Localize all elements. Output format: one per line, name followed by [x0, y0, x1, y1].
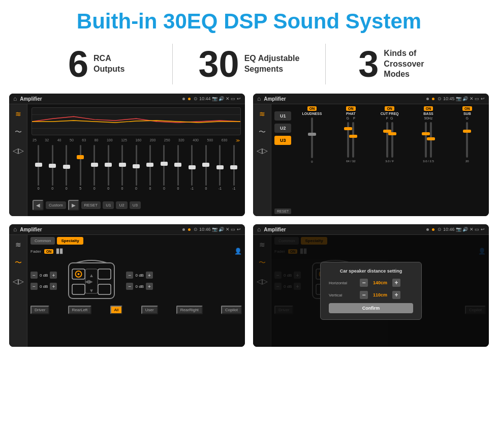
sidebar-wave-icon[interactable]: 〜	[13, 127, 24, 138]
eq-thumb-9[interactable]	[146, 163, 153, 167]
eq-thumb-14[interactable]	[216, 165, 224, 169]
sidebar-eq-icon-2[interactable]: ≋	[257, 108, 268, 120]
eq-thumb-7[interactable]	[119, 163, 126, 167]
db-br-minus[interactable]: −	[126, 283, 133, 290]
eq-thumb-12[interactable]	[189, 165, 196, 169]
eq-prev-button[interactable]: ◀	[33, 200, 44, 211]
eq-u2-button[interactable]: U2	[116, 201, 127, 209]
eq-thumb-4[interactable]	[77, 155, 84, 159]
sidebar-volume-icon-3[interactable]: ◁▷	[13, 276, 24, 287]
eq-thumb-3[interactable]	[63, 165, 70, 169]
eq-thumb-10[interactable]	[161, 162, 168, 166]
cutfreq-g-label: G	[390, 116, 393, 120]
stat-rca: 6 RCAOutputs	[30, 46, 162, 82]
eq-thumb-11[interactable]	[174, 163, 181, 167]
u3-button[interactable]: U3	[274, 136, 291, 145]
copilot-button[interactable]: Copilot	[221, 306, 242, 314]
specialty-app-title: Amplifier	[20, 227, 179, 232]
driver-button[interactable]: Driver	[30, 306, 49, 314]
db-br-value: 0 dB	[135, 284, 143, 289]
fader-label: Fader	[30, 249, 41, 254]
tab-common[interactable]: Common	[30, 237, 55, 245]
sub-thumb[interactable]	[463, 130, 471, 133]
db-tl-plus[interactable]: +	[50, 272, 57, 279]
eq-reset-button[interactable]: RESET	[81, 201, 101, 209]
eq-thumb-5[interactable]	[91, 163, 98, 167]
home-icon-4[interactable]: ⌂	[257, 226, 261, 233]
vertical-minus-button[interactable]: −	[360, 291, 368, 299]
eq-thumb-2[interactable]	[49, 164, 56, 168]
u2-button[interactable]: U2	[274, 124, 291, 133]
crossover-controls: ON LOUDNESS 0 ON PHAT G	[293, 106, 486, 214]
loudness-thumb[interactable]	[308, 133, 316, 136]
distance-dialog: Car speaker distance setting Horizontal …	[320, 262, 422, 320]
eq-thumb-13[interactable]	[202, 163, 209, 167]
db-tr: − 0 dB +	[126, 272, 152, 279]
eq-thumb-8[interactable]	[133, 164, 140, 168]
sidebar-wave-icon-3[interactable]: 〜	[13, 257, 24, 268]
freq-labels: 2532405063 80100125160200 25032040050063…	[32, 138, 241, 143]
horizontal-minus-button[interactable]: −	[360, 279, 368, 287]
home-icon-2[interactable]: ⌂	[257, 95, 261, 102]
db-bl-plus[interactable]: +	[50, 283, 57, 290]
confirm-button[interactable]: Confirm	[329, 303, 413, 313]
sidebar-volume-icon-2[interactable]: ◁▷	[257, 145, 268, 156]
home-icon[interactable]: ⌂	[13, 95, 17, 102]
home-icon-3[interactable]: ⌂	[13, 226, 17, 233]
db-bl-minus[interactable]: −	[30, 283, 38, 290]
db-tr-plus[interactable]: +	[146, 272, 153, 279]
loudness-on-badge: ON	[307, 106, 317, 111]
rearLeft-button[interactable]: RearLeft	[68, 306, 92, 314]
sidebar-wave-icon-2[interactable]: 〜	[257, 127, 268, 138]
eq-slider-15: -1	[227, 145, 241, 196]
eq-sidebar: ≋ 〜 ◁▷	[9, 104, 27, 216]
eq-track-3	[66, 145, 67, 186]
eq-u3-button[interactable]: U3	[130, 201, 141, 209]
db-tl: − 0 dB +	[30, 272, 57, 279]
eq-next-button[interactable]: ▶	[68, 200, 79, 211]
sidebar-equalizer-icon[interactable]: ≋	[13, 108, 24, 120]
phat-thumb-g[interactable]	[344, 127, 352, 130]
eq-main-area: 2532405063 80100125160200 25032040050063…	[27, 104, 245, 216]
bass-slider-2	[430, 122, 432, 158]
db-br-plus[interactable]: +	[146, 283, 153, 290]
u1-button[interactable]: U1	[274, 111, 291, 121]
stat-rca-number: 6	[68, 46, 88, 82]
status-bar-eq: ⌂ Amplifier ⊙ 10:44 📷 🔊 ✕ ▭ ↩	[9, 94, 245, 104]
crossover-reset-button[interactable]: RESET	[274, 208, 291, 214]
eq-thumb-6[interactable]	[105, 163, 112, 167]
svg-text:▲: ▲	[89, 273, 95, 278]
eq-slider-1: 0	[32, 145, 45, 196]
eq-thumb-15[interactable]	[230, 165, 237, 169]
vertical-plus-button[interactable]: +	[392, 291, 400, 299]
bottom-labels: Driver RearLeft All User RearRight Copil…	[30, 304, 242, 315]
bass-thumb-2[interactable]	[427, 137, 435, 140]
db-tl-minus[interactable]: −	[30, 272, 38, 279]
all-button[interactable]: All	[110, 306, 123, 314]
sidebar-eq-icon-3[interactable]: ≋	[13, 239, 24, 250]
dialog-title: Car speaker distance setting	[329, 268, 413, 274]
horizontal-value: 140cm	[370, 280, 390, 285]
sidebar-volume-icon[interactable]: ◁▷	[13, 145, 24, 156]
eq-u1-button[interactable]: U1	[103, 201, 114, 209]
horizontal-plus-button[interactable]: +	[392, 279, 400, 287]
cutfreq-thumb-g[interactable]	[388, 132, 396, 135]
eq-val-7: 0	[121, 187, 123, 190]
eq-val-5: 0	[94, 187, 96, 190]
eq-val-2: 0	[51, 187, 53, 190]
specialty-status-dot2	[188, 228, 191, 231]
rearRight-button[interactable]: RearRight	[176, 306, 203, 314]
phat-thumb-f[interactable]	[349, 135, 357, 138]
eq-custom-button[interactable]: Custom	[46, 201, 66, 209]
crossover-main-area: U1 U2 U3 RESET ON LOUDNESS	[271, 104, 489, 216]
svg-text:◀▶: ◀▶	[85, 279, 93, 284]
sub-label: SUB	[463, 112, 471, 115]
eq-slider-7: 0	[115, 145, 129, 196]
bass-thumb-1[interactable]	[422, 132, 430, 135]
db-tr-minus[interactable]: −	[126, 272, 133, 279]
user-button[interactable]: User	[141, 306, 158, 314]
svg-rect-7	[98, 284, 111, 294]
eq-screen-content: ≋ 〜 ◁▷	[9, 104, 245, 216]
eq-thumb-1[interactable]	[35, 163, 42, 167]
tab-specialty[interactable]: Specialty	[57, 237, 83, 245]
